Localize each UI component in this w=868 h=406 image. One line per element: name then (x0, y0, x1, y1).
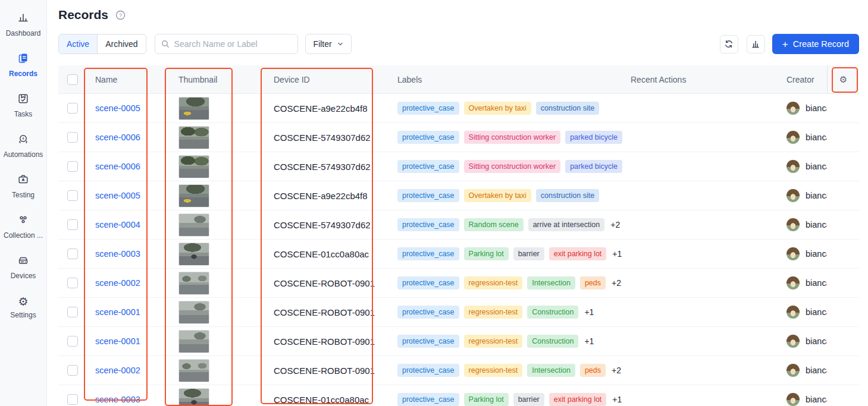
record-name-cell: scene-0005 (87, 191, 170, 200)
column-header-recent-actions[interactable]: Recent Actions (625, 75, 773, 84)
record-name-link[interactable]: scene-0003 (95, 395, 140, 404)
record-name-link[interactable]: scene-0005 (95, 191, 140, 200)
devices-icon (17, 254, 29, 269)
record-thumbnail[interactable] (178, 388, 209, 406)
create-record-button[interactable]: + Create Record (772, 34, 859, 54)
record-name-cell: scene-0003 (87, 249, 170, 259)
label-tag: Sitting construction worker (464, 160, 561, 174)
record-name-link[interactable]: scene-0006 (95, 162, 140, 171)
sidebar-item-records[interactable]: Records (0, 49, 46, 81)
record-thumbnail[interactable] (178, 184, 209, 207)
record-thumbnail[interactable] (178, 243, 209, 266)
record-thumbnail-cell (170, 213, 265, 237)
record-thumbnail[interactable] (178, 359, 209, 382)
row-select-cell (58, 336, 87, 347)
record-thumbnail[interactable] (178, 301, 209, 324)
creator-name: bianca (806, 366, 827, 375)
record-thumbnail[interactable] (178, 272, 209, 295)
sidebar-item-tasks[interactable]: Tasks (0, 89, 46, 121)
row-checkbox[interactable] (67, 394, 78, 405)
record-name-cell: scene-0001 (87, 307, 170, 317)
row-checkbox[interactable] (67, 336, 78, 347)
sidebar-item-collection[interactable]: Collection ... (0, 210, 46, 243)
record-name-cell: scene-0006 (87, 162, 170, 171)
row-checkbox[interactable] (67, 161, 78, 172)
record-name-link[interactable]: scene-0005 (95, 103, 140, 113)
record-name-link[interactable]: scene-0002 (95, 278, 140, 288)
label-tag: protective_case (397, 102, 459, 115)
sidebar-item-testing[interactable]: Testing (0, 170, 46, 202)
row-checkbox[interactable] (67, 248, 78, 259)
row-select-cell (58, 278, 87, 288)
record-thumbnail-cell (170, 126, 265, 149)
record-thumbnail[interactable] (178, 330, 209, 353)
column-header-thumbnail[interactable]: Thumbnail (170, 75, 265, 84)
label-tag: Sitting construction worker (464, 131, 561, 144)
device-id-cell: COSCENE-5749307d62 (265, 133, 387, 143)
record-name-cell: scene-0001 (87, 336, 170, 346)
row-checkbox[interactable] (67, 278, 78, 288)
records-icon (17, 52, 29, 67)
labels-cell: protective_caseSitting construction work… (387, 160, 625, 174)
filter-button-label: Filter (314, 39, 332, 49)
creator-cell: bianca (773, 131, 827, 144)
column-settings-gear-icon[interactable]: ⚙ (839, 74, 847, 86)
row-select-cell (58, 190, 87, 201)
record-thumbnail[interactable] (178, 97, 209, 120)
sidebar-item-settings[interactable]: ⚙ Settings (0, 291, 46, 323)
record-thumbnail[interactable] (178, 126, 209, 149)
label-tag: protective_case (397, 131, 459, 144)
label-tag: Construction (527, 335, 578, 348)
column-header-name[interactable]: Name (87, 75, 170, 84)
record-name-cell: scene-0005 (87, 103, 170, 113)
creator-name: bianca (806, 395, 827, 404)
column-header-device-id[interactable]: Device ID (265, 75, 387, 84)
label-tag: protective_case (397, 276, 459, 290)
table-row: scene-0005COSCENE-a9e22cb4f8protective_c… (58, 94, 859, 123)
help-icon[interactable]: ? (115, 10, 126, 20)
row-checkbox[interactable] (67, 132, 78, 143)
sidebar-item-label: Devices (11, 272, 36, 280)
record-name-link[interactable]: scene-0002 (95, 366, 140, 375)
sidebar-item-label: Records (9, 70, 37, 78)
more-labels-count: +1 (612, 249, 622, 259)
sidebar-item-automations[interactable]: Automations (0, 130, 46, 162)
record-name-link[interactable]: scene-0003 (95, 249, 140, 259)
record-name-link[interactable]: scene-0001 (95, 336, 140, 346)
row-checkbox[interactable] (67, 190, 78, 201)
labels-cell: protective_caseOvertaken by taxiconstruc… (387, 189, 625, 203)
search-input[interactable] (155, 34, 298, 54)
record-thumbnail[interactable] (178, 213, 209, 237)
record-name-cell: scene-0006 (87, 133, 170, 142)
creator-avatar (786, 247, 800, 260)
search-box (155, 34, 298, 54)
row-checkbox[interactable] (67, 365, 78, 376)
column-header-creator[interactable]: Creator (773, 75, 827, 84)
device-id-cell: COSCENE-ROBOT-0901 (265, 366, 387, 376)
row-checkbox[interactable] (67, 103, 78, 114)
device-id-cell: COSCENE-5749307d62 (265, 162, 387, 172)
refresh-button[interactable] (720, 35, 738, 53)
creator-avatar (786, 218, 800, 231)
row-checkbox[interactable] (67, 219, 78, 230)
row-checkbox[interactable] (67, 307, 78, 317)
record-thumbnail[interactable] (178, 155, 209, 178)
tab-archived[interactable]: Archived (97, 34, 145, 53)
record-name-link[interactable]: scene-0001 (95, 307, 140, 317)
record-name-link[interactable]: scene-0006 (95, 133, 140, 142)
device-id-cell: COSCENE-a9e22cb4f8 (265, 191, 387, 201)
row-select-cell (58, 394, 87, 405)
filter-button[interactable]: Filter (305, 34, 352, 54)
sidebar-item-dashboard[interactable]: Dashboard (0, 8, 46, 40)
page-header: Records ? (58, 8, 126, 22)
sidebar-item-devices[interactable]: Devices (0, 251, 46, 283)
tab-active[interactable]: Active (59, 34, 97, 53)
record-thumbnail-cell (170, 359, 265, 382)
analytics-button[interactable] (747, 35, 765, 53)
creator-avatar (786, 393, 800, 406)
record-thumbnail-cell (170, 155, 265, 178)
record-name-link[interactable]: scene-0004 (95, 220, 140, 229)
labels-cell: protective_caseregression-testIntersecti… (387, 276, 625, 290)
column-header-labels[interactable]: Labels (387, 75, 625, 84)
select-all-checkbox[interactable] (67, 74, 78, 85)
